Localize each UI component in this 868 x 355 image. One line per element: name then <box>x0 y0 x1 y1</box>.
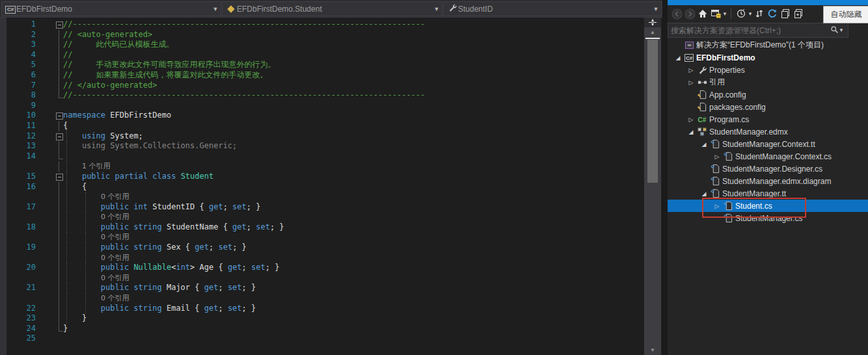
code-line[interactable]: 11{ <box>0 121 644 131</box>
nav-project-dropdown[interactable]: C# EFDbFirstDemo ▼ <box>1 1 221 16</box>
scrollbar-thumb[interactable] <box>647 40 658 183</box>
fold-margin[interactable] <box>39 30 63 40</box>
codelens-references[interactable]: 0 个引用 <box>101 213 129 221</box>
pending-changes-icon[interactable] <box>735 7 748 20</box>
tree-item-studentmanager-context-tt[interactable]: ◢StudentManager.Context.tt <box>668 138 868 150</box>
code-line[interactable]: 23 } <box>0 313 644 324</box>
fold-margin[interactable]: − <box>39 131 63 142</box>
fold-margin[interactable] <box>39 283 63 293</box>
fold-margin[interactable] <box>39 202 63 213</box>
code-text[interactable] <box>63 151 644 162</box>
fold-margin[interactable] <box>39 60 63 70</box>
refresh-icon[interactable] <box>766 7 779 20</box>
code-line[interactable]: 14 <box>0 151 644 162</box>
code-line[interactable]: 5// 手动更改此文件可能导致应用程序出现意外的行为。 <box>0 60 644 70</box>
tree-item-efdbfirstdemo[interactable]: ◢C#EFDbFirstDemo <box>668 51 858 64</box>
code-line[interactable]: 18 public string StudentName { get; set;… <box>0 222 644 233</box>
code-text[interactable]: 0 个引用 <box>63 293 644 304</box>
collapse-minus-icon[interactable]: − <box>56 21 63 29</box>
codelens-row[interactable]: 0 个引用 <box>0 232 644 243</box>
collapse-minus-icon[interactable]: − <box>56 112 63 120</box>
codelens-row[interactable]: 1 个引用 <box>0 161 644 172</box>
codelens-row[interactable]: 0 个引用 <box>0 212 644 222</box>
code-text[interactable]: using System; <box>63 131 644 142</box>
forward-icon[interactable] <box>683 7 696 20</box>
code-text[interactable]: } <box>63 313 644 324</box>
tree-item-studentmanager-edmx[interactable]: ◢StudentManager.edmx <box>668 125 868 138</box>
codelens-references[interactable]: 0 个引用 <box>101 192 129 201</box>
fold-margin[interactable] <box>39 70 63 81</box>
tree-item-program-cs[interactable]: ▷C#Program.cs <box>668 113 868 125</box>
code-line[interactable]: 10−namespace EFDbFirstDemo <box>0 111 644 121</box>
tree-item-studentmanager-context-cs[interactable]: ▷StudentManager.Context.cs <box>668 150 868 163</box>
codelens-row[interactable]: 0 个引用 <box>0 253 644 263</box>
code-line[interactable]: 19 public string Sex { get; set; } <box>0 243 644 253</box>
pane-divider[interactable] <box>662 0 668 355</box>
code-text[interactable]: // 此代码已从模板生成。 <box>63 40 644 50</box>
fold-margin[interactable] <box>39 101 63 111</box>
chevron-expanded-icon[interactable]: ◢ <box>686 129 696 135</box>
code-text[interactable]: 0 个引用 <box>63 192 644 202</box>
chevron-down-icon[interactable]: ▼ <box>722 11 727 17</box>
search-input[interactable] <box>668 26 830 35</box>
codelens-references[interactable]: 0 个引用 <box>101 233 129 241</box>
copy-icon[interactable] <box>779 7 792 20</box>
code-text[interactable]: // 手动更改此文件可能导致应用程序出现意外的行为。 <box>63 60 644 70</box>
fold-margin[interactable] <box>39 50 63 60</box>
collapse-minus-icon[interactable]: − <box>56 174 63 181</box>
code-text[interactable]: { <box>63 121 644 131</box>
codelens-row[interactable]: 0 个引用 <box>0 293 644 304</box>
fold-margin[interactable] <box>39 182 63 192</box>
code-text[interactable]: 0 个引用 <box>63 212 644 222</box>
code-line[interactable]: 13 using System.Collections.Generic; <box>0 141 644 151</box>
code-text[interactable]: // <box>63 50 644 60</box>
code-line[interactable]: 15− public partial class Student <box>0 172 644 182</box>
code-editor[interactable]: 1−//------------------------------------… <box>0 18 644 355</box>
tree-item-studentmanager-edmx-diagram[interactable]: StudentManager.edmx.diagram <box>668 175 868 187</box>
fold-margin[interactable] <box>39 232 63 243</box>
fold-margin[interactable] <box>39 253 63 263</box>
scroll-up-arrow-icon[interactable]: ▲ <box>644 28 661 37</box>
code-line[interactable]: 6// 如果重新生成代码，将覆盖对此文件的手动更改。 <box>0 70 644 81</box>
editor-vertical-scrollbar[interactable]: ▲ ▼ <box>644 18 661 355</box>
fold-margin[interactable] <box>39 304 63 314</box>
properties-window-icon[interactable] <box>709 7 722 20</box>
code-line[interactable]: 17 public int StudentID { get; set; } <box>0 202 644 213</box>
sync-icon[interactable] <box>753 7 766 20</box>
fold-margin[interactable] <box>39 263 63 273</box>
code-line[interactable]: 2// <auto-generated> <box>0 30 644 40</box>
code-text[interactable]: 0 个引用 <box>63 253 644 263</box>
code-text[interactable]: 0 个引用 <box>63 273 644 283</box>
code-text[interactable]: public string StudentName { get; set; } <box>63 222 644 233</box>
tree-item-properties[interactable]: ▷Properties <box>668 64 868 76</box>
code-text[interactable]: // <auto-generated> <box>63 30 644 40</box>
chevron-collapsed-icon[interactable]: ▷ <box>712 153 722 160</box>
chevron-expanded-icon[interactable]: ◢ <box>699 141 709 148</box>
code-line[interactable]: 16 { <box>0 182 644 192</box>
code-text[interactable]: { <box>63 182 644 192</box>
code-text[interactable]: public string Sex { get; set; } <box>63 243 644 253</box>
fold-margin[interactable] <box>39 141 63 151</box>
code-text[interactable]: // 如果重新生成代码，将覆盖对此文件的手动更改。 <box>63 70 644 81</box>
collapse-minus-icon[interactable]: − <box>56 133 63 140</box>
code-text[interactable] <box>63 101 644 111</box>
fold-margin[interactable] <box>39 293 63 304</box>
code-line[interactable]: 1−//------------------------------------… <box>0 20 644 30</box>
fold-margin[interactable] <box>39 192 63 202</box>
nav-type-dropdown[interactable]: EFDbFirstDemo.Student ▼ <box>222 1 442 16</box>
fold-margin[interactable] <box>39 243 63 253</box>
code-line[interactable]: 7// </auto-generated> <box>0 81 644 91</box>
fold-margin[interactable] <box>39 90 63 101</box>
code-line[interactable]: 21 public string Major { get; set; } <box>0 283 644 293</box>
code-line[interactable]: 24} <box>0 324 644 334</box>
chevron-collapsed-icon[interactable]: ▷ <box>686 79 696 86</box>
fold-margin[interactable] <box>39 121 63 131</box>
code-line[interactable]: 3// 此代码已从模板生成。 <box>0 40 644 50</box>
code-text[interactable]: using System.Collections.Generic; <box>63 141 644 151</box>
tree-item-app-config[interactable]: App.config <box>668 88 868 101</box>
code-text[interactable]: //--------------------------------------… <box>63 90 644 101</box>
code-text[interactable]: public Nullable<int> Age { get; set; } <box>63 263 644 273</box>
fold-margin[interactable] <box>39 324 63 334</box>
split-window-handle[interactable] <box>644 18 661 27</box>
code-text[interactable]: 1 个引用 <box>63 161 644 172</box>
